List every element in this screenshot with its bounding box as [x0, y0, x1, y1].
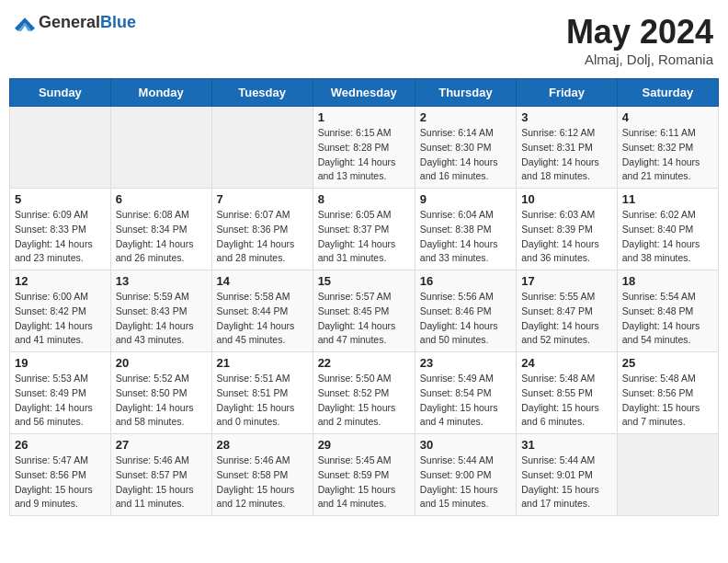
calendar-cell: 31Sunrise: 5:44 AMSunset: 9:01 PMDayligh…: [517, 434, 618, 516]
calendar-cell: 25Sunrise: 5:48 AMSunset: 8:56 PMDayligh…: [617, 352, 718, 434]
calendar-cell: 14Sunrise: 5:58 AMSunset: 8:44 PMDayligh…: [211, 270, 313, 352]
calendar-cell: 18Sunrise: 5:54 AMSunset: 8:48 PMDayligh…: [617, 270, 718, 352]
calendar-cell: 4Sunrise: 6:11 AMSunset: 8:32 PMDaylight…: [617, 107, 718, 189]
weekday-header-tuesday: Tuesday: [211, 79, 313, 107]
day-info: Sunrise: 6:07 AMSunset: 8:36 PMDaylight:…: [217, 208, 308, 266]
day-number: 15: [318, 274, 410, 288]
day-info: Sunrise: 6:08 AMSunset: 8:34 PMDaylight:…: [116, 208, 207, 266]
day-info: Sunrise: 5:51 AMSunset: 8:51 PMDaylight:…: [217, 372, 308, 430]
day-info: Sunrise: 6:15 AMSunset: 8:28 PMDaylight:…: [318, 126, 410, 184]
day-info: Sunrise: 5:59 AMSunset: 8:43 PMDaylight:…: [116, 290, 207, 348]
month-title: May 2024: [566, 13, 713, 52]
logo-text: GeneralBlue: [39, 13, 136, 32]
day-number: 18: [622, 274, 713, 288]
day-number: 8: [318, 192, 410, 206]
calendar-cell: 30Sunrise: 5:44 AMSunset: 9:00 PMDayligh…: [415, 434, 516, 516]
calendar-cell: 1Sunrise: 6:15 AMSunset: 8:28 PMDaylight…: [313, 107, 415, 189]
calendar-cell: 8Sunrise: 6:05 AMSunset: 8:37 PMDaylight…: [313, 189, 415, 270]
calendar-cell: 24Sunrise: 5:48 AMSunset: 8:55 PMDayligh…: [517, 352, 618, 434]
day-number: 12: [15, 274, 106, 288]
calendar-week-4: 19Sunrise: 5:53 AMSunset: 8:49 PMDayligh…: [10, 352, 719, 434]
day-number: 2: [420, 110, 511, 124]
day-number: 1: [318, 110, 410, 124]
calendar-cell: 11Sunrise: 6:02 AMSunset: 8:40 PMDayligh…: [617, 189, 718, 270]
calendar-cell: 27Sunrise: 5:46 AMSunset: 8:57 PMDayligh…: [110, 434, 211, 516]
day-number: 22: [318, 356, 410, 370]
day-number: 9: [420, 192, 511, 206]
calendar-cell: 3Sunrise: 6:12 AMSunset: 8:31 PMDaylight…: [517, 107, 618, 189]
day-info: Sunrise: 5:55 AMSunset: 8:47 PMDaylight:…: [521, 290, 612, 348]
calendar-cell: 2Sunrise: 6:14 AMSunset: 8:30 PMDaylight…: [415, 107, 516, 189]
day-info: Sunrise: 6:02 AMSunset: 8:40 PMDaylight:…: [622, 208, 713, 266]
day-info: Sunrise: 5:46 AMSunset: 8:57 PMDaylight:…: [116, 454, 207, 511]
day-number: 25: [622, 356, 713, 370]
logo-icon: [15, 15, 35, 31]
calendar-cell: 12Sunrise: 6:00 AMSunset: 8:42 PMDayligh…: [10, 270, 111, 352]
calendar-cell: [211, 107, 313, 189]
calendar-cell: 7Sunrise: 6:07 AMSunset: 8:36 PMDaylight…: [211, 189, 313, 270]
calendar-cell: 22Sunrise: 5:50 AMSunset: 8:52 PMDayligh…: [313, 352, 415, 434]
day-number: 3: [521, 110, 612, 124]
calendar-cell: 17Sunrise: 5:55 AMSunset: 8:47 PMDayligh…: [517, 270, 618, 352]
day-info: Sunrise: 6:03 AMSunset: 8:39 PMDaylight:…: [521, 208, 612, 266]
calendar-week-3: 12Sunrise: 6:00 AMSunset: 8:42 PMDayligh…: [10, 270, 719, 352]
calendar-cell: 6Sunrise: 6:08 AMSunset: 8:34 PMDaylight…: [110, 189, 211, 270]
day-number: 23: [420, 356, 511, 370]
day-info: Sunrise: 5:52 AMSunset: 8:50 PMDaylight:…: [116, 372, 207, 430]
location: Almaj, Dolj, Romania: [566, 52, 713, 67]
calendar-cell: 16Sunrise: 5:56 AMSunset: 8:46 PMDayligh…: [415, 270, 516, 352]
calendar-cell: 20Sunrise: 5:52 AMSunset: 8:50 PMDayligh…: [110, 352, 211, 434]
day-info: Sunrise: 6:04 AMSunset: 8:38 PMDaylight:…: [420, 208, 511, 266]
day-number: 29: [318, 438, 410, 452]
weekday-header-row: SundayMondayTuesdayWednesdayThursdayFrid…: [10, 79, 719, 107]
calendar-week-1: 1Sunrise: 6:15 AMSunset: 8:28 PMDaylight…: [10, 107, 719, 189]
calendar-cell: 28Sunrise: 5:46 AMSunset: 8:58 PMDayligh…: [211, 434, 313, 516]
day-info: Sunrise: 5:45 AMSunset: 8:59 PMDaylight:…: [318, 454, 410, 511]
calendar-cell: [617, 434, 718, 516]
day-number: 5: [15, 192, 106, 206]
day-info: Sunrise: 5:44 AMSunset: 9:01 PMDaylight:…: [521, 454, 612, 511]
day-info: Sunrise: 5:48 AMSunset: 8:55 PMDaylight:…: [521, 372, 612, 430]
day-info: Sunrise: 6:14 AMSunset: 8:30 PMDaylight:…: [420, 126, 511, 184]
day-number: 21: [217, 356, 308, 370]
day-number: 30: [420, 438, 511, 452]
day-number: 31: [521, 438, 612, 452]
day-number: 11: [622, 192, 713, 206]
day-info: Sunrise: 5:53 AMSunset: 8:49 PMDaylight:…: [15, 372, 106, 430]
calendar-cell: [110, 107, 211, 189]
day-number: 26: [15, 438, 106, 452]
calendar-cell: [10, 107, 111, 189]
day-info: Sunrise: 5:54 AMSunset: 8:48 PMDaylight:…: [622, 290, 713, 348]
day-info: Sunrise: 5:48 AMSunset: 8:56 PMDaylight:…: [622, 372, 713, 430]
calendar-cell: 29Sunrise: 5:45 AMSunset: 8:59 PMDayligh…: [313, 434, 415, 516]
day-info: Sunrise: 5:57 AMSunset: 8:45 PMDaylight:…: [318, 290, 410, 348]
day-info: Sunrise: 5:44 AMSunset: 9:00 PMDaylight:…: [420, 454, 511, 511]
day-number: 27: [116, 438, 207, 452]
weekday-header-sunday: Sunday: [10, 79, 111, 107]
title-block: May 2024 Almaj, Dolj, Romania: [566, 13, 713, 67]
logo: GeneralBlue: [15, 13, 136, 32]
calendar-cell: 19Sunrise: 5:53 AMSunset: 8:49 PMDayligh…: [10, 352, 111, 434]
weekday-header-saturday: Saturday: [617, 79, 718, 107]
logo-blue: Blue: [100, 13, 136, 31]
weekday-header-monday: Monday: [110, 79, 211, 107]
day-number: 24: [521, 356, 612, 370]
day-info: Sunrise: 5:56 AMSunset: 8:46 PMDaylight:…: [420, 290, 511, 348]
calendar-week-5: 26Sunrise: 5:47 AMSunset: 8:56 PMDayligh…: [10, 434, 719, 516]
calendar-cell: 21Sunrise: 5:51 AMSunset: 8:51 PMDayligh…: [211, 352, 313, 434]
calendar-cell: 5Sunrise: 6:09 AMSunset: 8:33 PMDaylight…: [10, 189, 111, 270]
calendar-cell: 23Sunrise: 5:49 AMSunset: 8:54 PMDayligh…: [415, 352, 516, 434]
day-number: 10: [521, 192, 612, 206]
day-number: 4: [622, 110, 713, 124]
day-number: 7: [217, 192, 308, 206]
day-info: Sunrise: 6:12 AMSunset: 8:31 PMDaylight:…: [521, 126, 612, 184]
day-number: 28: [217, 438, 308, 452]
calendar-cell: 15Sunrise: 5:57 AMSunset: 8:45 PMDayligh…: [313, 270, 415, 352]
day-number: 17: [521, 274, 612, 288]
weekday-header-friday: Friday: [517, 79, 618, 107]
day-number: 16: [420, 274, 511, 288]
calendar-cell: 9Sunrise: 6:04 AMSunset: 8:38 PMDaylight…: [415, 189, 516, 270]
day-number: 19: [15, 356, 106, 370]
day-number: 20: [116, 356, 207, 370]
weekday-header-thursday: Thursday: [415, 79, 516, 107]
